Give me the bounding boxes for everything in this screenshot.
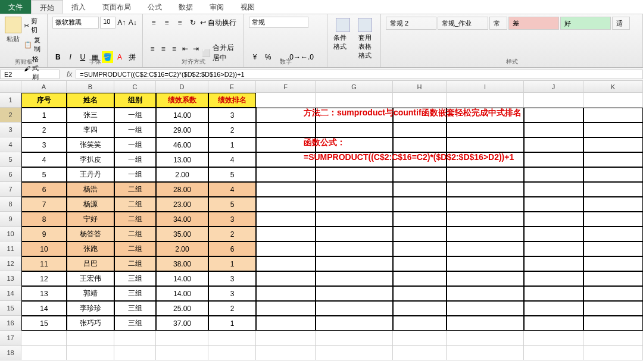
cell[interactable]	[208, 346, 256, 360]
tab-formula[interactable]: 公式	[139, 0, 170, 14]
cell[interactable]: 12	[21, 271, 67, 286]
col-header-B[interactable]: B	[67, 81, 114, 93]
cell[interactable]: 郭靖	[67, 286, 114, 301]
cell[interactable]	[524, 271, 583, 286]
cell[interactable]	[524, 331, 583, 346]
cell[interactable]	[447, 241, 524, 256]
cell[interactable]	[583, 271, 643, 286]
cell[interactable]: 2	[208, 227, 256, 241]
style-bad[interactable]: 差	[508, 17, 559, 30]
cell[interactable]	[524, 167, 583, 182]
row-header-10[interactable]: 10	[0, 227, 21, 241]
cell[interactable]: 8	[21, 212, 67, 227]
cell[interactable]	[447, 227, 524, 241]
cell[interactable]: 姓名	[67, 93, 114, 108]
row-header-4[interactable]: 4	[0, 137, 21, 152]
cell[interactable]: 13	[21, 286, 67, 301]
cell[interactable]	[524, 212, 583, 227]
align-left-button[interactable]: ≡	[148, 43, 157, 55]
cell[interactable]: 35.00	[156, 227, 208, 241]
col-header-C[interactable]: C	[114, 81, 156, 93]
cell[interactable]: 6	[208, 241, 256, 256]
col-header-H[interactable]: H	[393, 81, 447, 93]
cell[interactable]	[447, 123, 524, 137]
cell[interactable]	[316, 271, 393, 286]
wrap-button[interactable]: ↩自动换行	[200, 17, 236, 29]
cell[interactable]	[524, 123, 583, 137]
cell[interactable]	[393, 331, 447, 346]
cell[interactable]	[447, 212, 524, 227]
row-header-12[interactable]: 12	[0, 256, 21, 271]
cell[interactable]: 9	[21, 227, 67, 241]
cell[interactable]: 绩效系数	[156, 93, 208, 108]
cell[interactable]: 28.00	[156, 182, 208, 197]
cell[interactable]: 5	[21, 167, 67, 182]
cell[interactable]: 二组	[114, 256, 156, 271]
cell[interactable]: 5	[208, 167, 256, 182]
col-header-K[interactable]: K	[583, 81, 643, 93]
col-header-D[interactable]: D	[156, 81, 208, 93]
row-header-5[interactable]: 5	[0, 152, 21, 167]
table-fmt-button[interactable]: 套用 表格格式	[354, 17, 376, 61]
cell[interactable]	[583, 212, 643, 227]
cell[interactable]	[583, 137, 643, 152]
cell[interactable]	[583, 346, 643, 360]
row-header-1[interactable]: 1	[0, 93, 21, 108]
col-header-J[interactable]: J	[524, 81, 583, 93]
cell[interactable]: 2.00	[156, 241, 208, 256]
cell[interactable]: 11	[21, 256, 67, 271]
cell[interactable]: 34.00	[156, 212, 208, 227]
row-header-18[interactable]: 18	[0, 346, 21, 360]
cell[interactable]: 张巧巧	[67, 316, 114, 331]
cell[interactable]	[583, 108, 643, 123]
cell[interactable]	[208, 331, 256, 346]
paste-button[interactable]: 粘贴	[5, 17, 21, 81]
cell[interactable]	[393, 123, 447, 137]
row-header-17[interactable]: 17	[0, 331, 21, 346]
cell[interactable]: 1	[208, 316, 256, 331]
cell[interactable]	[393, 346, 447, 360]
shrink-font-button[interactable]: A↓	[128, 17, 138, 29]
align-top-button[interactable]: ≡	[148, 17, 160, 29]
align-mid-button[interactable]: ≡	[161, 17, 173, 29]
cell[interactable]: 2	[208, 123, 256, 137]
cell[interactable]: 一组	[114, 123, 156, 137]
cell[interactable]: 2	[21, 123, 67, 137]
cell[interactable]	[316, 227, 393, 241]
style-normal2[interactable]: 常规 2	[386, 17, 436, 30]
cell[interactable]	[21, 346, 67, 360]
cell[interactable]	[447, 271, 524, 286]
cell[interactable]	[583, 152, 643, 167]
cell[interactable]	[524, 152, 583, 167]
cell[interactable]: 李扒皮	[67, 152, 114, 167]
cell[interactable]: 6	[21, 182, 67, 197]
cell[interactable]: 绩效排名	[208, 93, 256, 108]
cell[interactable]: 15	[21, 316, 67, 331]
cell[interactable]	[256, 197, 316, 212]
row-header-16[interactable]: 16	[0, 316, 21, 331]
row-header-11[interactable]: 11	[0, 241, 21, 256]
cell-grid[interactable]: 方法二：sumproduct与countif函数嵌套轻松完成中式排名 函数公式：…	[21, 93, 643, 360]
cell[interactable]: 李四	[67, 123, 114, 137]
cell[interactable]	[256, 93, 316, 108]
style-f[interactable]: 适	[612, 17, 630, 30]
cell[interactable]: 二组	[114, 241, 156, 256]
cell[interactable]	[114, 331, 156, 346]
cell[interactable]: 2	[208, 301, 256, 316]
cell[interactable]: 二组	[114, 212, 156, 227]
cell[interactable]: 14.00	[156, 286, 208, 301]
cell[interactable]	[256, 256, 316, 271]
col-header-I[interactable]: I	[447, 81, 524, 93]
cell[interactable]	[67, 331, 114, 346]
align-center-button[interactable]: ≡	[158, 43, 168, 55]
cell[interactable]	[316, 241, 393, 256]
cell[interactable]	[583, 316, 643, 331]
cell[interactable]	[447, 301, 524, 316]
cell[interactable]: 7	[21, 197, 67, 212]
tab-data[interactable]: 数据	[170, 0, 201, 14]
cell[interactable]: 3	[208, 271, 256, 286]
cell[interactable]: 王丹丹	[67, 167, 114, 182]
cell[interactable]	[21, 331, 67, 346]
cell[interactable]: 3	[208, 286, 256, 301]
cell[interactable]: 4	[21, 152, 67, 167]
